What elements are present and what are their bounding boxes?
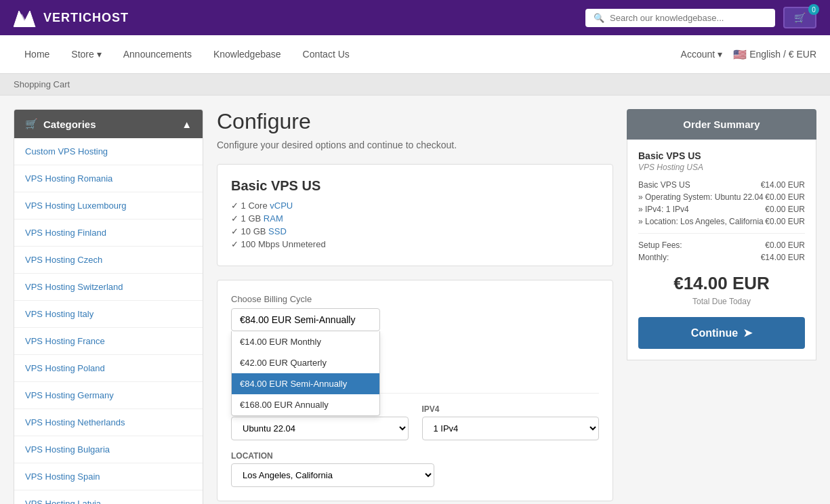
summary-product-name: Basic VPS US — [638, 150, 805, 161]
feature-cpu-label: vCPU — [270, 201, 293, 211]
summary-value-location: €0.00 EUR — [765, 217, 805, 226]
breadcrumb: Shopping Cart — [0, 74, 830, 96]
order-summary-header: Order Summary — [627, 109, 816, 140]
arrow-icon: ➤ — [743, 327, 752, 339]
nav-announcements[interactable]: Announcements — [112, 35, 203, 73]
location-label: Location — [231, 451, 599, 461]
sidebar-header: 🛒 Categories ▲ — [14, 110, 203, 138]
ipv4-label: IPv4 — [422, 404, 600, 414]
summary-label-base: Basic VPS US — [638, 180, 690, 190]
feature-bandwidth: ✓ 100 Mbps Unmetered — [231, 239, 599, 249]
summary-label-ipv4: » IPv4: 1 IPv4 — [638, 205, 689, 214]
dropdown-semi-annually[interactable]: €84.00 EUR Semi-Annually — [232, 373, 379, 394]
sidebar-item[interactable]: VPS Hosting Czech — [14, 247, 203, 274]
search-box[interactable]: 🔍 — [585, 9, 775, 27]
summary-value-os: €0.00 EUR — [765, 192, 805, 202]
billing-cycle-select[interactable]: €14.00 EUR Monthly €42.00 EUR Quarterly … — [231, 308, 380, 331]
sidebar-item[interactable]: VPS Hosting Switzerland — [14, 274, 203, 301]
billing-section: Choose Billing Cycle €14.00 EUR Monthly … — [217, 280, 613, 501]
summary-product-sub: VPS Hosting USA — [638, 163, 805, 172]
summary-label-location: » Location: Los Angeles, California — [638, 217, 764, 226]
summary-value-monthly: €14.00 EUR — [761, 253, 805, 262]
flag-icon: 🇺🇸 — [733, 48, 747, 61]
nav-contact[interactable]: Contact Us — [292, 35, 360, 73]
order-summary-body: Basic VPS US VPS Hosting USA Basic VPS U… — [627, 140, 816, 360]
collapse-icon[interactable]: ▲ — [182, 119, 192, 130]
nav-account[interactable]: Account ▾ — [681, 49, 723, 60]
summary-line-ipv4: » IPv4: 1 IPv4 €0.00 EUR — [638, 205, 805, 214]
sidebar-item[interactable]: Custom VPS Hosting — [14, 138, 203, 165]
billing-select-wrap: €14.00 EUR Monthly €42.00 EUR Quarterly … — [231, 308, 380, 331]
summary-line-setup: Setup Fees: €0.00 EUR — [638, 240, 805, 250]
sidebar-item[interactable]: VPS Hosting France — [14, 328, 203, 355]
nav-knowledgebase[interactable]: Knowledgebase — [203, 35, 292, 73]
nav-left: Home Store ▾ Announcements Knowledgebase… — [14, 35, 360, 73]
header: VERTICHOST 🔍 🛒 0 — [0, 0, 830, 35]
logo-text: VERTICHOST — [43, 11, 129, 25]
sidebar-item[interactable]: VPS Hosting Luxembourg — [14, 192, 203, 219]
summary-line-location: » Location: Los Angeles, California €0.0… — [638, 217, 805, 226]
page-title: Configure — [217, 109, 613, 134]
main-content: 🛒 Categories ▲ Custom VPS Hosting VPS Ho… — [0, 96, 830, 504]
sidebar-item[interactable]: VPS Hosting Germany — [14, 382, 203, 409]
sidebar-item[interactable]: VPS Hosting Latvia — [14, 490, 203, 504]
summary-divider — [638, 233, 805, 234]
billing-label: Choose Billing Cycle — [231, 294, 599, 304]
sidebar-header-left: 🛒 Categories — [25, 118, 96, 130]
feature-ssd-label: SSD — [268, 226, 287, 236]
summary-total: €14.00 EUR — [638, 273, 805, 294]
nav-home[interactable]: Home — [14, 35, 60, 73]
summary-total-label: Total Due Today — [638, 297, 805, 306]
billing-dropdown: €14.00 EUR Monthly €42.00 EUR Quarterly … — [231, 331, 380, 416]
sidebar-item[interactable]: VPS Hosting Finland — [14, 219, 203, 247]
summary-label-monthly: Monthly: — [638, 253, 669, 262]
cart-badge: 0 — [808, 4, 819, 15]
dropdown-quarterly[interactable]: €42.00 EUR Quarterly — [232, 352, 379, 373]
feature-ram-label: RAM — [264, 213, 283, 224]
product-box: Basic VPS US ✓ 1 Core vCPU ✓ 1 GB RAM ✓ … — [217, 164, 613, 266]
sidebar-item[interactable]: VPS Hosting Spain — [14, 463, 203, 490]
location-select[interactable]: Los Angeles, California New York, USA Am… — [231, 463, 434, 487]
search-icon: 🔍 — [594, 13, 604, 23]
dropdown-monthly[interactable]: €14.00 EUR Monthly — [232, 331, 379, 352]
summary-label-os: » Operating System: Ubuntu 22.04 — [638, 192, 764, 202]
logo[interactable]: VERTICHOST — [14, 8, 129, 27]
summary-line-os: » Operating System: Ubuntu 22.04 €0.00 E… — [638, 192, 805, 202]
sidebar: 🛒 Categories ▲ Custom VPS Hosting VPS Ho… — [14, 109, 203, 504]
sidebar-item[interactable]: VPS Hosting Bulgaria — [14, 436, 203, 463]
feature-cpu: ✓ 1 Core vCPU — [231, 201, 599, 211]
sidebar-item[interactable]: VPS Hosting Italy — [14, 301, 203, 328]
feature-ssd: ✓ 10 GB SSD — [231, 226, 599, 236]
ipv4-select[interactable]: 1 IPv4 2 IPv4 3 IPv4 — [422, 417, 600, 440]
product-features: ✓ 1 Core vCPU ✓ 1 GB RAM ✓ 10 GB SSD ✓ 1… — [231, 201, 599, 249]
header-right: 🔍 🛒 0 — [585, 7, 816, 28]
navigation: Home Store ▾ Announcements Knowledgebase… — [0, 35, 830, 74]
sidebar-item[interactable]: VPS Hosting Netherlands — [14, 409, 203, 436]
summary-label-setup: Setup Fees: — [638, 240, 682, 250]
sidebar-item[interactable]: VPS Hosting Romania — [14, 165, 203, 192]
summary-value-setup: €0.00 EUR — [765, 240, 805, 250]
order-summary: Order Summary Basic VPS US VPS Hosting U… — [627, 109, 816, 360]
ipv4-col: IPv4 1 IPv4 2 IPv4 3 IPv4 — [422, 404, 600, 440]
sidebar-title: Categories — [43, 119, 96, 130]
nav-language[interactable]: 🇺🇸 English / € EUR — [733, 48, 816, 61]
os-select[interactable]: Ubuntu 22.04 Ubuntu 20.04 Debian 11 Cent… — [231, 417, 409, 440]
summary-value-ipv4: €0.00 EUR — [765, 205, 805, 214]
summary-value-base: €14.00 EUR — [761, 180, 805, 190]
summary-line-base: Basic VPS US €14.00 EUR — [638, 180, 805, 190]
location-row: Location Los Angeles, California New Yor… — [231, 451, 599, 487]
cart-icon: 🛒 — [25, 118, 38, 130]
configure-content: Configure Configure your desired options… — [217, 109, 613, 504]
nav-right: Account ▾ 🇺🇸 English / € EUR — [681, 48, 816, 61]
cart-button[interactable]: 🛒 0 — [783, 7, 816, 28]
sidebar-item[interactable]: VPS Hosting Poland — [14, 355, 203, 382]
search-input[interactable] — [610, 13, 767, 23]
logo-icon — [14, 8, 38, 27]
configure-subtitle: Configure your desired options and conti… — [217, 140, 613, 150]
product-name: Basic VPS US — [231, 178, 599, 194]
feature-ram: ✓ 1 GB RAM — [231, 213, 599, 224]
summary-line-monthly: Monthly: €14.00 EUR — [638, 253, 805, 262]
dropdown-annually[interactable]: €168.00 EUR Annually — [232, 394, 379, 415]
nav-store[interactable]: Store ▾ — [60, 35, 112, 73]
continue-button[interactable]: Continue ➤ — [638, 317, 805, 349]
